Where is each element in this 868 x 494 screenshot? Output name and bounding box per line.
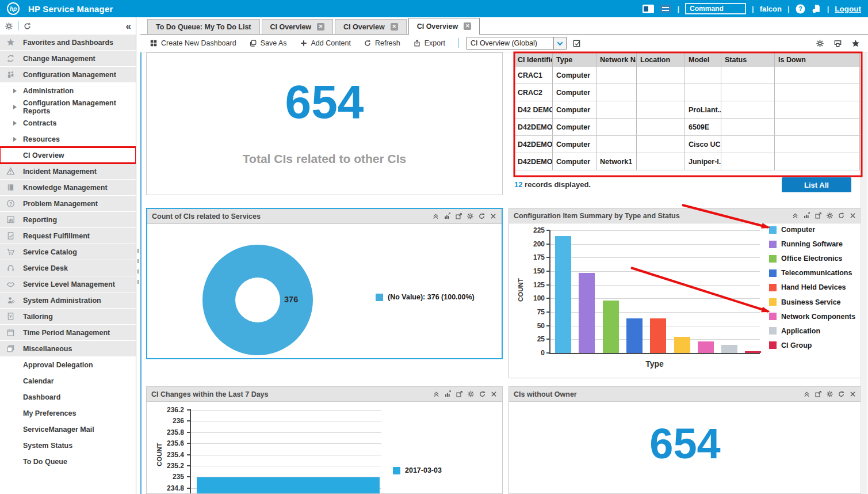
create-new-dashboard-button[interactable]: Create New Dashboard [150,39,236,47]
sidebar-item-time-period-management[interactable]: Time Period Management [0,325,136,340]
panel-gear-button[interactable] [826,390,833,398]
star-button[interactable] [851,39,860,48]
column-header-network-name[interactable]: Network Name [596,53,637,67]
sidebar-item-favorites-and-dashboards[interactable]: Favorites and Dashboards [0,35,136,50]
panel-collapse-button[interactable] [433,390,440,398]
sidebar-item-to-do-queue[interactable]: To Do Queue [0,454,136,469]
expand-arrow-icon[interactable] [13,121,17,126]
table-row[interactable]: CRAC2Computer [514,84,861,101]
tab-ci-overview[interactable]: CI Overview✕ [335,19,407,34]
sidebar-item-knowledge-management[interactable]: Knowledge Management [0,180,136,195]
panel-popout-button[interactable] [815,212,822,219]
save-as-button[interactable]: Save As [249,39,287,47]
sidebar-item-service-level-management[interactable]: Service Level Management [0,276,136,292]
sidebar-item-request-fulfillment[interactable]: Request Fulfillment [0,228,136,244]
panel-close-button[interactable] [849,390,856,398]
refresh-button[interactable]: Refresh [364,39,400,47]
column-header-ci-identifier[interactable]: CI Identifier [514,53,553,67]
sidebar-item-my-preferences[interactable]: My Preferences [0,405,136,421]
command-input[interactable] [685,3,746,14]
sidebar-item-resources[interactable]: Resources [0,131,136,147]
logout-link[interactable]: Logout [835,5,861,13]
column-header-status[interactable]: Status [721,53,775,67]
table-cell [596,67,637,84]
sidebar-item-dashboard[interactable]: Dashboard [0,389,136,405]
apply-dashboard-button[interactable] [571,37,583,50]
column-header-is-down[interactable]: Is Down [775,53,860,67]
list-all-button[interactable]: List All [782,177,851,192]
panel-close-button[interactable] [849,212,856,219]
sidebar-item-problem-management[interactable]: ?Problem Management [0,196,136,211]
settings-button[interactable] [5,22,13,31]
panel-refresh-button[interactable] [479,390,486,398]
sidebar-item-servicemanager-mail[interactable]: ServiceManager Mail [0,421,136,437]
dashboard-select[interactable]: CI Overview (Global) [466,37,583,50]
sidebar-item-system-administration[interactable]: System Administration [0,292,136,308]
sidebar-item-incident-management[interactable]: Incident Management [0,164,136,179]
sidebar-item-approval-delegation[interactable]: Approval Delegation [0,357,136,373]
expand-arrow-icon[interactable] [13,89,17,93]
table-row[interactable]: D42DEMOD...ComputerCisco UC... [514,136,861,153]
panel-collapse-button[interactable] [791,212,799,219]
tab-ci-overview[interactable]: CI Overview✕ [262,19,334,34]
dashboard-select-value[interactable]: CI Overview (Global) [466,37,554,50]
sidebar-item-configuration-management-reports[interactable]: Configuration Management Reports [0,99,136,115]
panel-gear-button[interactable] [826,212,833,219]
expand-arrow-icon[interactable] [13,105,17,109]
sidebar-item-tailoring[interactable]: YTailoring [0,309,136,324]
panel-chartcfg-button[interactable] [444,390,452,398]
table-row[interactable]: CRAC1Computer [514,67,861,84]
export-button[interactable]: Export [413,39,445,47]
panel-close-button[interactable] [490,390,498,398]
refresh-sidebar-button[interactable] [23,22,32,31]
table-row[interactable]: D42 DEMO ...ComputerProLiant... [514,101,861,119]
close-tab-icon[interactable]: ✕ [317,23,324,31]
panel-refresh-button[interactable] [838,212,845,219]
sidebar-item-service-desk[interactable]: Service Desk [0,260,136,276]
table-row[interactable]: D42DEMOD...Computer6509E [514,119,861,136]
sidebar-item-service-catalog[interactable]: Service Catalog [0,244,136,260]
layout-toggle-icon[interactable] [643,5,654,13]
notifications-button[interactable] [811,4,821,14]
panel-collapse-button[interactable] [803,390,810,398]
help-button[interactable]: ? [796,4,805,14]
sidebar-item-miscellaneous[interactable]: Miscellaneous [0,341,136,356]
sidebar-item-reporting[interactable]: Reporting [0,212,136,227]
sidebar-splitter[interactable] [136,17,140,494]
panel-chartcfg-button[interactable] [803,212,810,219]
column-header-type[interactable]: Type [553,53,596,67]
column-header-location[interactable]: Location [637,53,685,67]
print-button[interactable] [833,39,842,48]
sidebar-item-configuration-management[interactable]: Configuration Management [0,67,136,82]
expand-arrow-icon[interactable] [13,137,17,142]
close-tab-icon[interactable]: ✕ [391,23,398,31]
panel-close-button[interactable] [490,212,497,220]
list-view-toggle-icon[interactable] [660,5,671,13]
panel-chartcfg-button[interactable] [443,212,451,220]
panel-gear-button[interactable] [467,390,475,398]
svg-text:?: ? [798,5,802,12]
scrollbar-track[interactable] [861,52,867,494]
close-tab-icon[interactable]: ✕ [464,22,471,30]
panel-collapse-button[interactable] [432,212,439,220]
tab-ci-overview-active[interactable]: CI Overview✕ [408,18,480,35]
collapse-sidebar-button[interactable]: « [126,21,131,31]
panel-refresh-button[interactable] [478,212,485,220]
panel-gear-button[interactable] [466,212,474,220]
panel-popout-button[interactable] [456,390,463,398]
column-header-model[interactable]: Model [685,53,721,67]
gear-button[interactable] [816,39,824,48]
tab-to-do-queue-my-to-do-list[interactable]: To Do Queue: My To Do List [147,19,260,34]
sidebar-item-contracts[interactable]: Contracts [0,115,136,131]
chevron-down-icon[interactable] [554,37,567,50]
panel-popout-button[interactable] [455,212,462,220]
add-content-button[interactable]: Add Content [300,39,351,47]
panel-refresh-button[interactable] [838,390,845,398]
sidebar-item-change-management[interactable]: Change Management [0,51,136,66]
sidebar-item-calendar[interactable]: Calendar [0,373,136,389]
sidebar-item-ci-overview[interactable]: CI Overview [0,147,136,163]
sidebar-item-system-status[interactable]: System Status [0,438,136,453]
panel-popout-button[interactable] [815,390,822,398]
sidebar-item-administration[interactable]: Administration [0,83,136,98]
table-row[interactable]: D42DEMOD...ComputerNetwork1Juniper-I... [514,153,861,170]
